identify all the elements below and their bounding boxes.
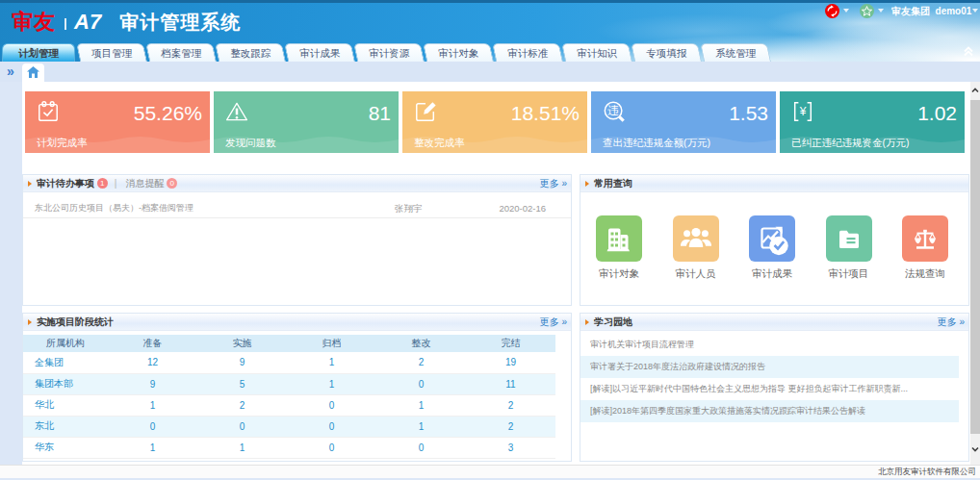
svg-text:¥: ¥ bbox=[799, 105, 807, 118]
svg-text:违: 违 bbox=[607, 104, 619, 117]
